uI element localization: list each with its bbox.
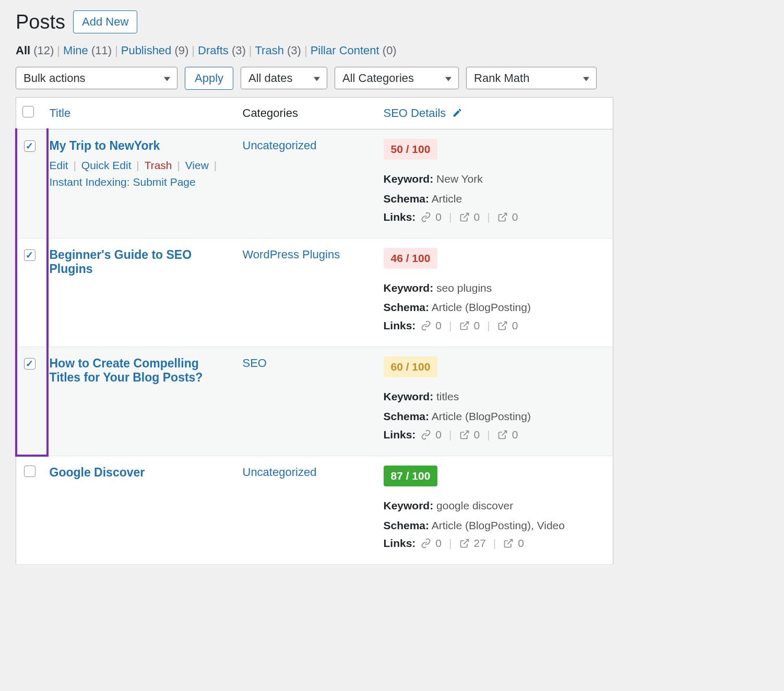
link-icon <box>421 320 431 331</box>
dates-select[interactable]: All dates <box>241 67 327 89</box>
select-all-checkbox[interactable] <box>22 106 34 117</box>
seo-meta: Keyword: google discoverSchema: Article … <box>384 496 607 535</box>
row-actions: Edit | Quick Edit | Trash | View | Insta… <box>50 157 230 190</box>
page-title: Posts <box>16 11 65 33</box>
keyword-value: seo plugins <box>436 282 492 294</box>
filter-count: (0) <box>383 44 397 57</box>
filter-count: (12) <box>33 44 54 57</box>
category-link[interactable]: WordPress Plugins <box>243 248 340 261</box>
incoming-link-icon <box>497 212 508 222</box>
seo-links: Links: 0| 0| 0 <box>384 319 607 332</box>
table-row: Google DiscoverUncategorized87 / 100Keyw… <box>16 456 613 565</box>
filter-mine[interactable]: Mine <box>63 44 91 57</box>
action-instant[interactable]: Instant Indexing: Submit Page <box>50 176 196 188</box>
seo-meta: Keyword: seo pluginsSchema: Article (Blo… <box>384 278 607 318</box>
column-seo[interactable]: SEO Details <box>377 98 613 129</box>
filter-published[interactable]: Published <box>121 44 175 57</box>
incoming-link-icon <box>497 430 508 440</box>
external-links: 0 <box>474 428 480 441</box>
categories-select[interactable]: All Categories <box>335 67 459 89</box>
table-row: How to Create Compelling Titles for Your… <box>16 347 613 456</box>
row-checkbox[interactable] <box>24 466 35 477</box>
seo-score-badge: 87 / 100 <box>384 466 438 486</box>
table-row: My Trip to NewYorkEdit | Quick Edit | Tr… <box>16 129 613 239</box>
internal-links: 0 <box>435 211 442 223</box>
schema-value: Article (BlogPosting) <box>432 410 531 422</box>
seo-links: Links: 0| 0| 0 <box>384 211 607 223</box>
seo-meta: Keyword: titlesSchema: Article (BlogPost… <box>384 387 607 426</box>
filter-drafts[interactable]: Drafts <box>198 44 232 57</box>
keyword-label: Keyword: <box>384 499 434 511</box>
incoming-link-icon <box>503 538 514 549</box>
category-link[interactable]: SEO <box>243 356 267 370</box>
keyword-value: titles <box>436 390 459 402</box>
keyword-label: Keyword: <box>384 282 434 294</box>
action-view[interactable]: View <box>185 159 209 171</box>
row-checkbox[interactable] <box>24 140 35 152</box>
external-link-icon <box>459 320 470 331</box>
incoming-links: 0 <box>518 537 524 550</box>
schema-value: Article (BlogPosting), Video <box>432 519 565 531</box>
seo-score-badge: 46 / 100 <box>384 248 438 269</box>
category-link[interactable]: Uncategorized <box>243 139 317 152</box>
keyword-value: New York <box>436 173 483 185</box>
incoming-link-icon <box>497 320 508 331</box>
external-links: 27 <box>474 537 486 550</box>
bulk-actions-select[interactable]: Bulk actions <box>16 67 177 89</box>
filter-count: (3) <box>287 44 301 57</box>
incoming-links: 0 <box>512 428 518 441</box>
seo-score-badge: 50 / 100 <box>384 139 438 160</box>
row-checkbox[interactable] <box>24 249 35 261</box>
action-edit[interactable]: Edit <box>50 159 68 171</box>
keyword-value: google discover <box>436 499 513 511</box>
internal-links: 0 <box>435 319 442 332</box>
column-categories: Categories <box>236 98 377 129</box>
action-quick[interactable]: Quick Edit <box>81 159 132 171</box>
table-row: Beginner's Guide to SEO PluginsWordPress… <box>16 238 613 347</box>
link-icon <box>421 538 431 549</box>
link-icon <box>421 212 431 222</box>
link-icon <box>421 430 431 440</box>
internal-links: 0 <box>435 428 442 441</box>
external-links: 0 <box>474 319 480 332</box>
category-link[interactable]: Uncategorized <box>243 466 317 479</box>
filter-pillar-content[interactable]: Pillar Content <box>311 44 383 57</box>
pencil-icon <box>452 108 462 118</box>
post-title-link[interactable]: My Trip to NewYork <box>50 139 230 153</box>
filter-count: (11) <box>91 44 112 57</box>
schema-label: Schema: <box>384 193 430 205</box>
keyword-label: Keyword: <box>384 390 434 402</box>
filter-count: (3) <box>232 44 246 57</box>
keyword-label: Keyword: <box>384 173 434 185</box>
filter-count: (9) <box>174 44 188 57</box>
column-title[interactable]: Title <box>50 106 71 120</box>
seo-meta: Keyword: New YorkSchema: Article <box>384 169 607 209</box>
posts-table: Title Categories SEO Details My Trip to … <box>16 97 613 565</box>
seo-links: Links: 0| 27| 0 <box>384 537 607 550</box>
schema-label: Schema: <box>384 301 430 313</box>
seo-score-badge: 60 / 100 <box>384 356 438 377</box>
post-title-link[interactable]: Beginner's Guide to SEO Plugins <box>50 248 230 276</box>
post-title-link[interactable]: Google Discover <box>50 466 230 480</box>
filter-trash[interactable]: Trash <box>255 44 287 57</box>
external-links: 0 <box>474 211 480 223</box>
incoming-links: 0 <box>512 319 518 332</box>
internal-links: 0 <box>435 537 442 550</box>
action-trash[interactable]: Trash <box>145 159 172 171</box>
external-link-icon <box>459 430 470 440</box>
toolbar: Bulk actions Apply All dates All Categor… <box>16 67 613 90</box>
incoming-links: 0 <box>512 211 518 223</box>
post-title-link[interactable]: How to Create Compelling Titles for Your… <box>50 356 230 385</box>
schema-label: Schema: <box>384 519 430 531</box>
seo-links: Links: 0| 0| 0 <box>384 428 607 441</box>
rankmath-select[interactable]: Rank Math <box>466 67 597 89</box>
schema-value: Article (BlogPosting) <box>432 301 531 313</box>
external-link-icon <box>459 212 470 222</box>
schema-label: Schema: <box>384 410 430 422</box>
row-checkbox[interactable] <box>24 358 35 370</box>
schema-value: Article <box>432 193 462 205</box>
filter-all[interactable]: All <box>16 44 33 57</box>
add-new-button[interactable]: Add New <box>73 10 137 33</box>
external-link-icon <box>459 538 470 549</box>
apply-button[interactable]: Apply <box>185 67 233 90</box>
